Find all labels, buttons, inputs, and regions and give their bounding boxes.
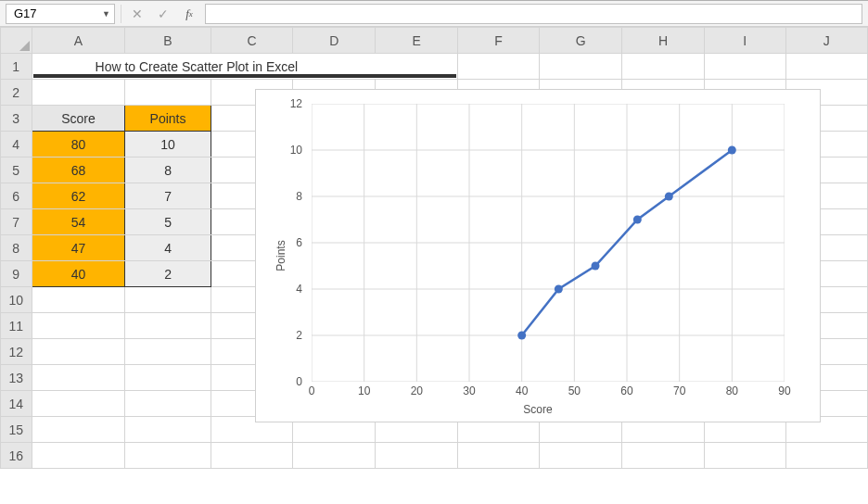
col-header[interactable]: D [293,28,376,54]
cell-points[interactable]: 10 [125,132,211,158]
cell-score[interactable]: 47 [32,235,125,261]
svg-point-17 [517,332,526,340]
y-tick-labels: 024681012 [256,104,306,382]
name-box-value: G17 [14,6,37,20]
cell[interactable] [785,443,867,469]
cell-score[interactable]: 80 [32,132,125,158]
cancel-icon[interactable]: ✕ [127,4,147,24]
cell-points[interactable]: 7 [125,183,211,209]
row-header[interactable]: 13 [1,365,32,391]
cell[interactable] [125,313,211,339]
cell[interactable] [622,54,705,80]
title-text: How to Create Scatter Plot in Excel [96,59,299,74]
chart-svg [312,104,785,382]
header-points[interactable]: Points [125,106,211,132]
row-header[interactable]: 2 [1,80,32,106]
cell[interactable] [704,54,785,80]
col-header[interactable]: J [785,28,867,54]
cell[interactable] [704,443,785,469]
row-header[interactable]: 15 [1,417,32,443]
cell[interactable] [376,443,458,469]
cell[interactable] [32,443,125,469]
row-header[interactable]: 1 [1,54,32,80]
col-header[interactable]: E [376,28,458,54]
cell[interactable] [32,80,125,106]
cell[interactable] [540,443,622,469]
row-header[interactable]: 8 [1,235,32,261]
row-header[interactable]: 3 [1,106,32,132]
cell-points[interactable]: 8 [125,158,211,183]
select-all-corner[interactable] [1,28,32,54]
cell[interactable] [32,417,125,443]
cell[interactable] [125,443,211,469]
y-tick: 8 [296,190,302,203]
plot-area [312,104,785,382]
cell[interactable] [540,54,622,80]
cell[interactable] [32,287,125,313]
row-header[interactable]: 5 [1,158,32,183]
cell-score[interactable]: 40 [32,261,125,287]
y-tick: 4 [296,283,302,296]
cell[interactable] [211,443,293,469]
cell[interactable] [125,339,211,365]
table-row: 16 [1,443,868,469]
col-header[interactable]: H [622,28,705,54]
row-header[interactable]: 14 [1,391,32,417]
col-header[interactable]: I [704,28,785,54]
x-tick: 40 [516,384,528,397]
title-underline [33,74,456,78]
cell-points[interactable]: 5 [125,209,211,235]
cell[interactable] [125,80,211,106]
x-tick: 20 [411,384,423,397]
table-row: 1 How to Create Scatter Plot in Excel [1,54,868,80]
svg-point-19 [592,262,600,271]
divider [121,5,121,23]
spreadsheet-grid: A B C D E F G H I J 1 How to Create Scat… [0,27,868,469]
row-header[interactable]: 12 [1,339,32,365]
cell[interactable] [293,443,376,469]
row-header[interactable]: 11 [1,313,32,339]
name-box[interactable]: G17 ▼ [6,4,115,24]
cell[interactable] [32,339,125,365]
row-header[interactable]: 6 [1,183,32,209]
col-header[interactable]: A [32,28,125,54]
row-header[interactable]: 4 [1,132,32,158]
cell-score[interactable]: 62 [32,183,125,209]
cell[interactable] [125,287,211,313]
cell[interactable] [125,365,211,391]
cell-score[interactable]: 54 [32,209,125,235]
formula-bar: G17 ▼ ✕ ✓ fx [0,1,868,27]
x-tick: 10 [358,384,370,397]
cell[interactable] [785,54,867,80]
page-title[interactable]: How to Create Scatter Plot in Excel [32,54,457,80]
formula-input[interactable] [205,4,862,24]
cell[interactable] [32,391,125,417]
cell-score[interactable]: 68 [32,158,125,183]
column-header-row: A B C D E F G H I J [1,28,868,54]
enter-icon[interactable]: ✓ [153,4,173,24]
cell-points[interactable]: 4 [125,235,211,261]
cell[interactable] [457,443,539,469]
header-score[interactable]: Score [32,106,125,132]
scatter-chart[interactable]: Points 024681012 0102030405060708090 Sco… [255,89,821,422]
cell[interactable] [622,443,705,469]
cell[interactable] [32,365,125,391]
cell[interactable] [457,54,539,80]
row-header[interactable]: 9 [1,261,32,287]
y-tick: 2 [296,329,302,342]
chevron-down-icon: ▼ [102,9,110,19]
row-header[interactable]: 7 [1,209,32,235]
col-header[interactable]: G [540,28,622,54]
x-tick: 0 [309,384,315,397]
cell[interactable] [125,417,211,443]
row-header[interactable]: 10 [1,287,32,313]
fx-icon[interactable]: fx [179,4,199,24]
col-header[interactable]: C [211,28,293,54]
row-header[interactable]: 16 [1,443,32,469]
cell[interactable] [32,313,125,339]
x-tick: 50 [568,384,581,397]
cell-points[interactable]: 2 [125,261,211,287]
col-header[interactable]: F [457,28,539,54]
cell[interactable] [125,391,211,417]
col-header[interactable]: B [125,28,211,54]
